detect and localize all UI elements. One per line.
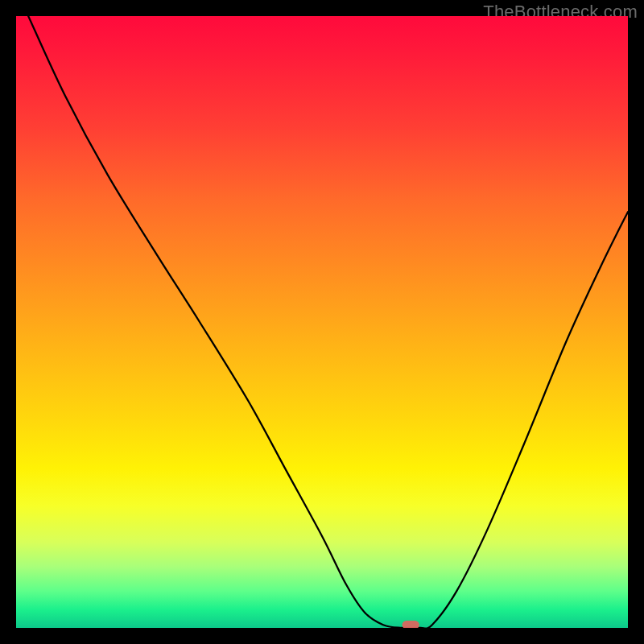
bottleneck-curve xyxy=(28,16,628,628)
optimal-point-marker xyxy=(402,621,419,628)
curve-layer xyxy=(16,16,628,628)
plot-area xyxy=(16,16,628,628)
chart-frame: TheBottleneck.com xyxy=(0,0,644,644)
